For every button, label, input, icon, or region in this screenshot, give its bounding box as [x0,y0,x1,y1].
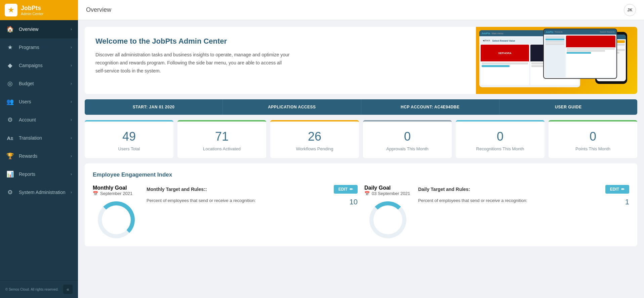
welcome-title: Welcome to the JobPts Admin Center [95,37,465,46]
action-bar-app-access[interactable]: APPLICATION ACCESS [223,99,361,115]
stat-number-users: 49 [90,130,168,144]
stat-number-workflows: 26 [276,130,354,144]
footer-text: © Semos Cloud. All rights reserved. [5,288,58,291]
page-title: Overview [86,6,111,13]
content-area: Welcome to the JobPts Admin Center Disco… [78,20,644,298]
welcome-description: Discover all administration tasks and bu… [95,51,290,75]
action-bar-start-date[interactable]: START: JAN 01 2020 [85,99,223,115]
action-bar-user-guide[interactable]: USER GUIDE [499,99,637,115]
stat-card-users: 49 Users Total [85,120,173,158]
home-icon: 🏠 [6,26,14,33]
daily-rules-header: Daily Target and Rules: EDIT ✏ [418,185,629,194]
chevron-right-icon: › [71,154,72,158]
stat-card-points: 0 Points This Month [549,120,637,158]
daily-goal-date: 📅 03 September 2021 [364,191,411,196]
engagement-grid: Monthly Goal 📅 September 2021 Monthly Ta… [93,185,629,238]
welcome-banner: Welcome to the JobPts Admin Center Disco… [85,27,637,94]
stat-card-workflows: 26 Workflows Pending [270,120,359,158]
daily-rule-label: Percent of employees that send or receiv… [418,198,612,204]
daily-rule-row: Percent of employees that send or receiv… [418,198,629,206]
user-avatar[interactable]: JK [624,4,636,16]
sidebar-item-programs[interactable]: ★ Programs › [0,38,78,56]
monthly-edit-label: EDIT [338,187,348,192]
welcome-text: Welcome to the JobPts Admin Center Disco… [85,27,476,94]
collapse-sidebar-button[interactable]: « [63,285,73,294]
monthly-rules-title: Monthly Target and Rules:: [147,187,207,192]
pencil-icon: ✏ [621,187,625,192]
monthly-goal-label: Monthly Goal [93,185,140,191]
topbar: Overview JK [78,0,644,20]
chevron-right-icon: › [71,190,72,195]
stat-label-recognitions: Recognitions This Month [461,146,539,151]
stats-row: 49 Users Total 71 Locations Activated 26… [85,120,637,158]
calendar-icon: 📅 [93,191,98,196]
stat-label-workflows: Workflows Pending [276,146,354,151]
chevron-right-icon: › [71,27,72,32]
sidebar-item-campaigns[interactable]: ◆ Campaigns › [0,56,78,74]
stat-number-approvals: 0 [368,130,446,144]
app-subtitle: Admin Center [21,12,43,16]
sidebar-nav: 🏠 Overview › ★ Programs › ◆ Campaigns › … [0,20,78,280]
sidebar-item-system-admin[interactable]: ⚙ System Administration › [0,183,78,201]
sidebar-item-overview[interactable]: 🏠 Overview › [0,20,78,38]
sidebar-item-translation[interactable]: A± Translation › [0,129,78,147]
sidebar-header: ★ JobPts Admin Center [0,0,78,20]
welcome-image: JobPts Main menu Admin Panel ▾ Anna Will… [476,27,637,94]
main-content: Overview JK Welcome to the JobPts Admin … [78,0,644,298]
monthly-edit-button[interactable]: EDIT ✏ [334,185,358,194]
campaigns-icon: ◆ [6,62,14,69]
stat-card-locations: 71 Locations Activated [177,120,266,158]
stat-label-locations: Locations Activated [183,146,261,151]
chevron-right-icon: › [71,172,72,177]
users-icon: 👥 [6,98,14,105]
daily-rule-value: 1 [616,198,629,206]
app-name: JobPts [21,5,43,12]
engagement-title: Employee Engagement Index [93,171,629,178]
monthly-rule-label: Percent of employees that send or receiv… [147,198,340,204]
stat-label-approvals: Approvals This Month [368,146,446,151]
monthly-goal-circle [98,201,135,238]
star-icon: ★ [6,44,14,51]
sidebar-item-rewards[interactable]: 🏆 Rewards › [0,147,78,165]
translation-icon: A± [6,135,14,141]
action-bar: START: JAN 01 2020 APPLICATION ACCESS HC… [85,99,637,115]
monthly-goal-column: Monthly Goal 📅 September 2021 [93,185,140,238]
chevron-right-icon: › [71,136,72,140]
pencil-icon: ✏ [350,187,353,192]
daily-edit-label: EDIT [610,187,619,192]
trophy-icon: 🏆 [6,152,14,160]
monthly-goal-date: 📅 September 2021 [93,191,140,196]
daily-engagement: Daily Goal 📅 03 September 2021 Daily Tar… [364,185,629,238]
daily-goal-circle [369,201,406,238]
chevron-right-icon: › [71,45,72,50]
monthly-engagement: Monthly Goal 📅 September 2021 Monthly Ta… [93,185,358,238]
daily-rules-title: Daily Target and Rules: [418,187,470,192]
gear-icon: ⚙ [6,116,14,123]
stat-label-users: Users Total [90,146,168,151]
stat-number-locations: 71 [183,130,261,144]
chevron-right-icon: › [71,117,72,122]
stat-card-recognitions: 0 Recognitions This Month [456,120,545,158]
sidebar-item-account[interactable]: ⚙ Account › [0,111,78,129]
monthly-rules-header: Monthly Target and Rules:: EDIT ✏ [147,185,358,194]
reports-icon: 📊 [6,170,14,178]
action-bar-hcp-account[interactable]: HCP ACCOUNT: AC4E94DBE [361,99,499,115]
logo-icon: ★ [5,4,17,16]
monthly-rules-column: Monthly Target and Rules:: EDIT ✏ Percen… [147,185,358,238]
sidebar-footer: © Semos Cloud. All rights reserved. « [0,280,78,298]
daily-edit-button[interactable]: EDIT ✏ [605,185,629,194]
stat-number-recognitions: 0 [461,130,539,144]
stat-card-approvals: 0 Approvals This Month [363,120,452,158]
daily-goal-column: Daily Goal 📅 03 September 2021 [364,185,411,238]
sidebar: ★ JobPts Admin Center 🏠 Overview › ★ Pro… [0,0,78,298]
sidebar-item-reports[interactable]: 📊 Reports › [0,165,78,183]
chevron-right-icon: › [71,81,72,86]
chevron-right-icon: › [71,63,72,68]
sidebar-item-budget[interactable]: ◎ Budget › [0,74,78,93]
app-title: JobPts Admin Center [21,5,43,16]
sidebar-item-users[interactable]: 👥 Users › [0,93,78,111]
calendar-icon: 📅 [364,191,370,196]
monthly-rule-row: Percent of employees that send or receiv… [147,198,358,206]
system-admin-icon: ⚙ [6,189,14,196]
stat-number-points: 0 [554,130,632,144]
